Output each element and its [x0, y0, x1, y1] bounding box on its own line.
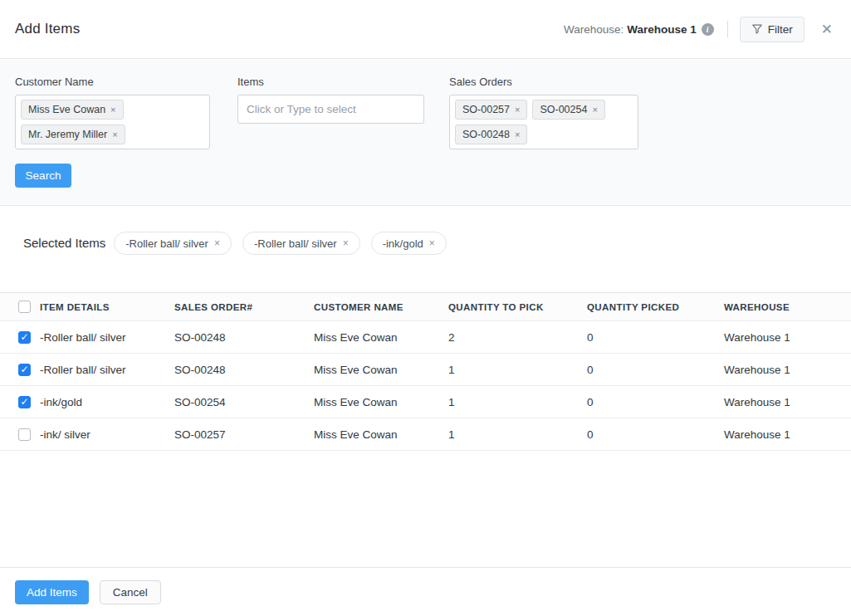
customer-name-cell: Miss Eve Cowan — [314, 418, 448, 451]
selected-items-chips: -Roller ball/ silver×-Roller ball/ silve… — [114, 232, 447, 255]
tag-label: Miss Eve Cowan — [28, 104, 105, 115]
customer-field-group: Customer Name Miss Eve Cowan×Mr. Jeremy … — [15, 76, 237, 149]
column-header-quantity-picked: QUANTITY PICKED — [587, 293, 724, 321]
remove-icon[interactable]: × — [515, 130, 520, 139]
column-header-quantity-to-pick: QUANTITY TO PICK — [448, 293, 587, 321]
items-table: ITEM DETAILS SALES ORDER# CUSTOMER NAME … — [0, 292, 851, 451]
sales-order-cell: SO-00254 — [174, 386, 314, 418]
quantity-picked-cell: 0 — [587, 418, 724, 451]
table-header-row: ITEM DETAILS SALES ORDER# CUSTOMER NAME … — [0, 293, 851, 321]
quantity-to-pick-cell: 1 — [448, 386, 587, 418]
items-label: Items — [237, 76, 424, 88]
customer-multiselect[interactable]: Miss Eve Cowan×Mr. Jeremy Miller× — [15, 95, 210, 149]
row-checkbox[interactable] — [18, 331, 31, 344]
customer-name-label: Customer Name — [15, 76, 237, 88]
customer-tag: Mr. Jeremy Miller× — [21, 125, 125, 144]
remove-icon[interactable]: × — [110, 105, 115, 115]
checkbox-cell — [0, 386, 40, 418]
table-row: -Roller ball/ silverSO-00248Miss Eve Cow… — [0, 354, 851, 386]
page-title: Add Items — [15, 21, 80, 37]
quantity-to-pick-cell: 1 — [448, 354, 587, 386]
warehouse-label: Warehouse: — [564, 23, 624, 36]
filter-button[interactable]: Filter — [740, 17, 805, 42]
column-header-warehouse: WAREHOUSE — [724, 293, 851, 321]
column-header-sales-order: SALES ORDER# — [174, 293, 314, 321]
close-icon[interactable]: ✕ — [818, 21, 836, 38]
row-checkbox[interactable] — [18, 396, 31, 408]
item-details-cell: -ink/ silver — [40, 418, 174, 451]
customer-name-cell: Miss Eve Cowan — [314, 354, 448, 386]
sales-order-cell: SO-00248 — [174, 354, 314, 386]
sales-order-cell: SO-00248 — [174, 321, 314, 354]
remove-icon[interactable]: × — [592, 105, 597, 115]
table-spacer — [0, 451, 851, 567]
row-checkbox[interactable] — [18, 364, 31, 376]
quantity-to-pick-cell: 2 — [448, 321, 587, 354]
row-checkbox[interactable] — [18, 428, 31, 441]
chip-label: -Roller ball/ silver — [125, 237, 208, 250]
warehouse-cell: Warehouse 1 — [724, 354, 851, 386]
customer-tag: Miss Eve Cowan× — [21, 100, 124, 120]
sales-order-tag: SO-00248× — [455, 125, 527, 144]
select-all-checkbox[interactable] — [18, 301, 31, 313]
selected-item-chip: -ink/gold× — [371, 232, 447, 255]
items-input[interactable] — [237, 95, 424, 124]
customer-name-cell: Miss Eve Cowan — [314, 321, 448, 354]
item-details-cell: -Roller ball/ silver — [40, 321, 174, 354]
quantity-to-pick-cell: 1 — [448, 418, 587, 451]
chip-label: -ink/gold — [383, 237, 423, 250]
cancel-button[interactable]: Cancel — [100, 580, 161, 604]
table-row: -Roller ball/ silverSO-00248Miss Eve Cow… — [0, 321, 851, 354]
remove-icon[interactable]: × — [515, 105, 520, 115]
header-divider — [727, 21, 728, 37]
info-icon[interactable]: i — [702, 23, 714, 36]
item-details-cell: -ink/gold — [40, 386, 174, 418]
add-items-button[interactable]: Add Items — [15, 580, 89, 604]
checkbox-cell — [0, 321, 40, 354]
add-items-modal: Add Items Warehouse: Warehouse 1 i Filte… — [0, 0, 851, 616]
warehouse-cell: Warehouse 1 — [724, 386, 851, 418]
filter-icon — [751, 23, 763, 35]
quantity-picked-cell: 0 — [587, 354, 724, 386]
remove-icon[interactable]: × — [112, 130, 117, 139]
search-button[interactable]: Search — [15, 164, 71, 188]
selected-item-chip: -Roller ball/ silver× — [114, 232, 232, 255]
modal-footer: Add Items Cancel — [0, 567, 851, 616]
checkbox-cell — [0, 418, 40, 451]
warehouse-cell: Warehouse 1 — [724, 418, 851, 451]
sales-orders-label: Sales Orders — [449, 76, 638, 88]
table-row: -ink/goldSO-00254Miss Eve Cowan10Warehou… — [0, 386, 851, 418]
remove-icon[interactable]: × — [343, 237, 349, 249]
remove-icon[interactable]: × — [214, 237, 220, 249]
sales-orders-multiselect[interactable]: SO-00257×SO-00254×SO-00248× — [449, 95, 638, 149]
warehouse-cell: Warehouse 1 — [724, 321, 851, 354]
tag-label: SO-00248 — [462, 129, 510, 140]
warehouse-value: Warehouse 1 — [627, 23, 697, 36]
filter-panel: Customer Name Miss Eve Cowan×Mr. Jeremy … — [0, 58, 851, 206]
filter-button-label: Filter — [768, 23, 793, 36]
tag-label: SO-00257 — [462, 104, 510, 115]
selected-items-label: Selected Items — [23, 232, 105, 255]
item-details-cell: -Roller ball/ silver — [40, 354, 174, 386]
sales-order-tag: SO-00257× — [455, 100, 527, 120]
sales-order-tag: SO-00254× — [532, 100, 604, 120]
header-right: Warehouse: Warehouse 1 i Filter ✕ — [564, 17, 836, 42]
remove-icon[interactable]: × — [429, 237, 435, 249]
table-row: -ink/ silverSO-00257Miss Eve Cowan10Ware… — [0, 418, 851, 451]
column-header-customer-name: CUSTOMER NAME — [314, 293, 448, 321]
sales-orders-field-group: Sales Orders SO-00257×SO-00254×SO-00248× — [449, 76, 638, 149]
quantity-picked-cell: 0 — [587, 321, 724, 354]
panel-fields: Customer Name Miss Eve Cowan×Mr. Jeremy … — [15, 76, 836, 149]
modal-header: Add Items Warehouse: Warehouse 1 i Filte… — [0, 0, 851, 58]
selected-items-row: Selected Items -Roller ball/ silver×-Rol… — [0, 206, 851, 292]
tag-label: SO-00254 — [540, 104, 587, 115]
items-field-group: Items — [237, 76, 424, 149]
checkbox-cell — [0, 354, 40, 386]
quantity-picked-cell: 0 — [587, 386, 724, 418]
tag-label: Mr. Jeremy Miller — [28, 129, 107, 140]
sales-order-cell: SO-00257 — [174, 418, 314, 451]
customer-name-cell: Miss Eve Cowan — [314, 386, 448, 418]
column-header-item-details: ITEM DETAILS — [40, 293, 174, 321]
selected-item-chip: -Roller ball/ silver× — [242, 232, 360, 255]
chip-label: -Roller ball/ silver — [254, 237, 337, 250]
